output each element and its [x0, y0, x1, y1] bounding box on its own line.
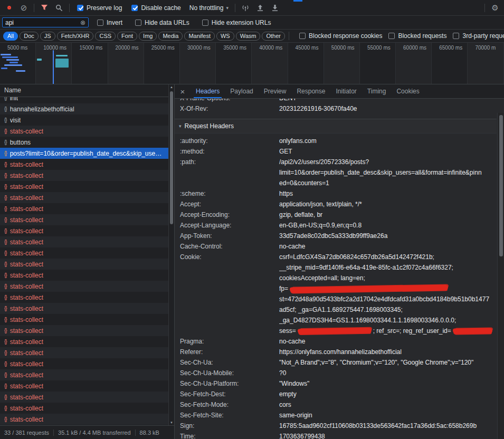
type-chip-ws[interactable]: WS — [216, 32, 234, 41]
json-doc-icon: {} — [4, 217, 7, 223]
type-chip-fetch-xhr[interactable]: Fetch/XHR — [57, 32, 94, 41]
request-row[interactable]: {}stats-collect — [0, 181, 174, 192]
throttling-select[interactable]: No throttling ▾ — [186, 4, 232, 12]
3rd-party-requests-checkbox[interactable]: 3rd-party requests — [453, 32, 504, 40]
request-row[interactable]: {}stats-collect — [0, 347, 174, 358]
request-row[interactable]: {}stats-collect — [0, 325, 174, 336]
request-row[interactable]: {}init — [0, 97, 174, 103]
request-row[interactable]: {}stats-collect — [0, 270, 174, 281]
request-row[interactable]: {}stats-collect — [0, 203, 174, 214]
hide-extension-urls-checkbox[interactable]: Hide extension URLs — [202, 19, 271, 26]
tab-headers[interactable]: Headers — [191, 84, 225, 98]
request-row[interactable]: {}stats-collect — [0, 259, 174, 270]
request-name: stats-collect — [10, 338, 43, 346]
type-chip-all[interactable]: All — [3, 32, 18, 41]
type-chip-font[interactable]: Font — [117, 32, 137, 41]
type-chip-wasm[interactable]: Wasm — [236, 32, 261, 41]
request-row[interactable]: {}stats-collect — [0, 303, 174, 314]
close-details-button[interactable]: × — [175, 84, 191, 98]
header-row: Sec-Ch-Ua-Mobile:?0 — [175, 368, 497, 378]
header-name: Sec-Fetch-Site: — [180, 410, 279, 421]
type-chip-manifest[interactable]: Manifest — [184, 32, 215, 41]
request-row[interactable]: {}stats-collect — [0, 126, 174, 137]
tab-initiator[interactable]: Initiator — [330, 84, 362, 98]
search-button[interactable] — [52, 2, 66, 14]
type-chip-other[interactable]: Other — [262, 32, 285, 41]
header-row: Sec-Fetch-Mode:cors — [175, 399, 497, 410]
close-icon: × — [180, 87, 185, 96]
request-row[interactable]: {}hannahelizabethofficial — [0, 103, 174, 114]
request-row[interactable]: {}stats-collect — [0, 247, 174, 259]
settings-button[interactable]: ⚙ — [488, 2, 502, 14]
export-har-button[interactable] — [268, 2, 282, 14]
invert-checkbox[interactable]: Invert — [97, 19, 122, 26]
request-row[interactable]: {}stats-collect — [0, 225, 174, 236]
type-chip-js[interactable]: JS — [40, 32, 55, 41]
network-overview-timeline[interactable]: 5000 ms10000 ms15000 ms20000 ms25000 ms3… — [0, 43, 504, 84]
request-row[interactable]: {}stats-collect — [0, 236, 174, 247]
type-chip-img[interactable]: Img — [139, 32, 157, 41]
hide-data-urls-checkbox[interactable]: Hide data URLs — [135, 19, 189, 26]
clear-button[interactable]: ⊘ — [17, 2, 31, 14]
network-conditions-button[interactable] — [239, 2, 252, 14]
network-filter-row: ⊗ Invert Hide data URLs Hide extension U… — [0, 16, 504, 30]
filter-toggle-button[interactable] — [37, 2, 51, 14]
header-name: Cache-Control: — [180, 241, 279, 252]
details-scrollbar[interactable] — [497, 113, 504, 439]
tab-payload[interactable]: Payload — [225, 84, 258, 98]
header-value: DENY — [279, 99, 497, 103]
header-row: Sec-Ch-Ua-Platform:"Windows" — [175, 378, 497, 389]
request-row[interactable]: {}stats-collect — [0, 392, 174, 403]
request-row[interactable]: {}stats-collect — [0, 358, 174, 369]
tab-preview[interactable]: Preview — [259, 84, 292, 98]
header-row: Accept-Encoding:gzip, deflate, br — [175, 209, 497, 220]
request-row[interactable]: {}stats-collect — [0, 314, 174, 325]
request-row[interactable]: {}stats-collect — [0, 292, 174, 303]
request-name: stats-collect — [10, 205, 43, 213]
disable-cache-checkbox[interactable]: Disable cache — [131, 4, 180, 12]
header-value: empty — [279, 389, 497, 399]
request-row[interactable]: {}buttons — [0, 137, 174, 148]
gear-icon: ⚙ — [491, 4, 498, 12]
json-doc-icon: {} — [4, 372, 7, 378]
request-row[interactable]: {}stats-collect — [0, 159, 174, 170]
request-name: stats-collect — [10, 238, 43, 246]
request-row[interactable]: {}visit — [0, 114, 174, 126]
tab-response[interactable]: Response — [291, 84, 330, 98]
request-row[interactable]: {}stats-collect — [0, 380, 174, 392]
scrollbar-thumb[interactable] — [170, 91, 173, 224]
header-value-text: cors — [279, 401, 291, 408]
request-row[interactable]: {}stats-collect — [0, 414, 174, 425]
clear-filter-icon[interactable]: ⊗ — [80, 20, 85, 26]
request-row[interactable]: {}stats-collect — [0, 170, 174, 181]
type-chip-doc[interactable]: Doc — [20, 32, 39, 41]
request-row[interactable]: {}stats-collect — [0, 336, 174, 347]
request-row[interactable]: {}stats-collect — [0, 192, 174, 203]
request-row[interactable]: {}stats-collect — [0, 369, 174, 380]
tab-cookies[interactable]: Cookies — [391, 84, 424, 98]
blocked-requests-checkbox[interactable]: Blocked requests — [388, 32, 446, 40]
request-row[interactable]: {}posts?limit=10&order=publish_date_desc… — [0, 148, 174, 159]
preserve-log-checkbox[interactable]: Preserve log — [77, 4, 122, 12]
type-chip-media[interactable]: Media — [158, 32, 183, 41]
filter-input[interactable] — [5, 19, 78, 26]
request-row[interactable]: {}stats-collect — [0, 403, 174, 414]
request-row[interactable]: {}stats-collect — [0, 214, 174, 225]
tab-timing[interactable]: Timing — [362, 84, 392, 98]
blocked-response-cookies-checkbox[interactable]: Blocked response cookies — [299, 32, 382, 40]
request-list-scrollbar[interactable]: ▲ ▼ — [168, 84, 174, 425]
scrollbar-thumb[interactable] — [499, 115, 503, 256]
scroll-down-arrow-icon[interactable]: ▼ — [169, 421, 174, 424]
request-row[interactable]: {}stats-collect — [0, 281, 174, 292]
record-button[interactable] — [2, 2, 16, 14]
name-column-header[interactable]: Name — [0, 84, 174, 97]
request-headers-section-header[interactable]: ▾ Request Headers — [175, 119, 497, 133]
header-value: en-GB,en-US;q=0.9,en;q=0.8 — [279, 220, 497, 231]
header-value-text: 202312261916-30670fa40e — [279, 105, 357, 112]
request-name: buttons — [10, 139, 31, 146]
import-har-button[interactable] — [253, 2, 267, 14]
type-chip-css[interactable]: CSS — [95, 32, 116, 41]
request-name: stats-collect — [10, 250, 43, 257]
filter-box[interactable]: ⊗ — [2, 17, 89, 27]
scroll-up-arrow-icon[interactable]: ▲ — [169, 85, 174, 89]
